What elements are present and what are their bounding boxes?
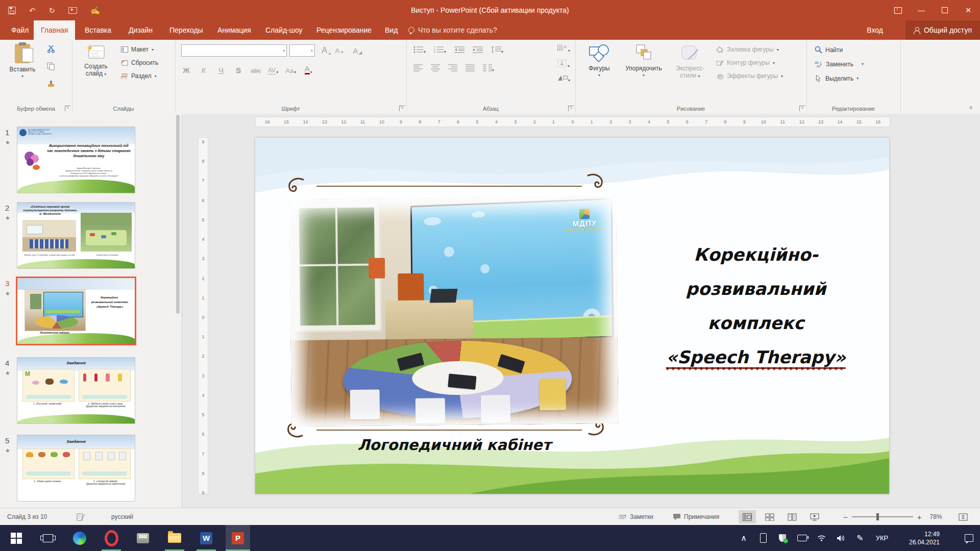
keyboard-language[interactable]: УКР <box>871 525 893 551</box>
align-center-icon[interactable] <box>431 64 440 73</box>
ribbon-display-options-button[interactable] <box>886 0 910 20</box>
align-left-icon[interactable] <box>413 64 423 73</box>
drawing-dialog-launcher[interactable] <box>799 106 805 111</box>
fit-to-window-button[interactable] <box>959 508 968 525</box>
find-button[interactable]: Найти <box>815 46 864 54</box>
thumbnail-scrollbar[interactable] <box>176 115 180 507</box>
task-view-button[interactable] <box>36 525 60 551</box>
photo-caption-textbox[interactable]: Логопедичний кабінет <box>304 436 605 454</box>
shape-outline-button[interactable]: Контур фигуры▾ <box>716 59 783 66</box>
email-app-taskbar-button[interactable] <box>131 525 155 551</box>
phone-link-icon[interactable] <box>754 525 772 551</box>
minimize-button[interactable]: — <box>910 0 933 20</box>
tab-file[interactable]: Файл <box>4 20 36 40</box>
wifi-icon[interactable] <box>813 525 830 551</box>
replace-button[interactable]: abac Заменить▾ <box>815 60 864 68</box>
start-button[interactable] <box>4 525 29 551</box>
slide-canvas[interactable]: МДПУ Більше, ніж університет! <box>255 138 889 494</box>
slide-sorter-view-button[interactable] <box>761 510 778 523</box>
reading-view-button[interactable] <box>783 510 801 523</box>
edge-taskbar-button[interactable] <box>67 525 92 551</box>
tab-insert[interactable]: Вставка <box>78 20 118 40</box>
increase-indent-icon[interactable] <box>473 46 483 55</box>
justify-icon[interactable] <box>465 64 475 73</box>
spellcheck-icon[interactable] <box>77 508 86 525</box>
classroom-photo[interactable]: МДПУ Більше, ніж університет! <box>289 196 619 427</box>
section-button[interactable]: Раздел▾ <box>121 72 158 80</box>
format-painter-icon[interactable] <box>47 80 55 90</box>
notes-toggle[interactable]: Заметки <box>619 508 653 525</box>
language-indicator[interactable]: русский <box>111 508 133 525</box>
tell-me-box[interactable]: Что вы хотите сделать? <box>408 20 497 40</box>
numbering-icon[interactable]: 123▾ <box>434 46 446 55</box>
sign-in-button[interactable]: Вход <box>867 20 883 40</box>
copy-icon[interactable] <box>47 62 55 72</box>
align-text-icon[interactable]: ▾ <box>557 59 570 69</box>
slide-thumbnail-5[interactable]: Завдання 1. «Назви одним словом» <box>17 435 135 502</box>
slideshow-view-button[interactable] <box>806 510 823 523</box>
slide-title-textbox[interactable]: Корекційно- розвивальний комплекс «Speec… <box>637 238 875 374</box>
shape-effects-button[interactable]: Эффекты фигуры▾ <box>716 72 783 80</box>
clear-formatting-button[interactable]: A◢ <box>352 46 362 55</box>
tab-design[interactable]: Дизайн <box>121 20 160 40</box>
zoom-level[interactable]: 78% <box>930 513 942 520</box>
tab-review[interactable]: Рецензирование <box>309 20 379 40</box>
cut-icon[interactable] <box>47 45 55 55</box>
zoom-slider-thumb[interactable] <box>876 513 879 520</box>
line-spacing-icon[interactable]: ▾ <box>491 46 503 55</box>
zoom-out-button[interactable]: − <box>843 513 848 521</box>
font-size-combo[interactable]: ▾ <box>289 44 315 57</box>
clock[interactable]: 12:49 26.04.2021 <box>896 525 952 551</box>
new-slide-button[interactable]: Создать слайд ▾ <box>79 44 113 78</box>
layout-button[interactable]: Макет▾ <box>121 46 158 53</box>
powerpoint-taskbar-button[interactable]: P <box>226 525 250 551</box>
zoom-slider[interactable] <box>852 516 913 517</box>
italic-button[interactable]: К <box>199 66 209 74</box>
grow-font-button[interactable]: A▲ <box>322 45 332 56</box>
tab-transitions[interactable]: Переходы <box>162 20 210 40</box>
restore-button[interactable] <box>933 0 957 20</box>
slide-thumbnail-4[interactable]: Завдання М 1. «Послухай і запам'ятай» <box>17 357 135 424</box>
character-spacing-button[interactable]: AV▾ <box>268 67 278 74</box>
close-button[interactable]: ✕ <box>957 0 980 20</box>
smartart-icon[interactable]: ▾ <box>557 74 570 84</box>
action-center-button[interactable] <box>959 525 979 551</box>
decrease-indent-icon[interactable] <box>454 46 464 55</box>
volume-icon[interactable] <box>832 525 849 551</box>
share-button[interactable]: Общий доступ <box>905 20 980 40</box>
slide-thumbnail-1[interactable]: BOGDAN KHMELNYTSKY MELITOPOL STATE PEDAG… <box>17 127 135 193</box>
font-color-button[interactable]: А▾ <box>303 64 313 74</box>
strikethrough-button[interactable]: abc <box>251 67 261 74</box>
text-shadow-button[interactable]: S <box>233 66 243 74</box>
slide-indicator[interactable]: Слайд 3 из 10 <box>7 508 47 525</box>
text-direction-icon[interactable]: A▾ <box>557 44 570 54</box>
columns-icon[interactable]: ▾ <box>483 64 494 73</box>
reset-button[interactable]: Сбросить <box>121 59 158 66</box>
shapes-button[interactable]: Фигуры ▾ <box>582 44 616 79</box>
shrink-font-button[interactable]: A▼ <box>334 47 345 55</box>
zoom-in-button[interactable]: + <box>917 513 922 521</box>
opera-taskbar-button[interactable] <box>99 525 124 551</box>
quick-styles-button[interactable]: Экспресс- стили ▾ <box>670 44 710 80</box>
collapse-ribbon-icon[interactable]: ∧ <box>969 104 973 111</box>
bullets-icon[interactable]: ▾ <box>413 46 426 55</box>
tab-view[interactable]: Вид <box>378 20 405 40</box>
change-case-button[interactable]: Аа▾ <box>285 67 296 74</box>
arrange-button[interactable]: Упорядочить ▾ <box>620 44 667 79</box>
paragraph-dialog-launcher[interactable] <box>568 106 574 111</box>
font-name-combo[interactable]: ▾ <box>181 44 287 57</box>
clipboard-dialog-launcher[interactable] <box>65 106 70 111</box>
tab-animations[interactable]: Анимация <box>210 20 258 40</box>
align-right-icon[interactable] <box>448 64 457 73</box>
word-taskbar-button[interactable]: W <box>194 525 218 551</box>
power-icon[interactable] <box>793 525 811 551</box>
font-dialog-launcher[interactable] <box>399 106 405 111</box>
shape-fill-button[interactable]: Заливка фигуры▾ <box>716 46 783 53</box>
tab-slideshow[interactable]: Слайд-шоу <box>258 20 310 40</box>
paste-button[interactable]: Вставить ▾ <box>6 44 39 80</box>
normal-view-button[interactable] <box>739 510 756 523</box>
tray-expand-button[interactable]: ∧ <box>735 525 752 551</box>
tab-home[interactable]: Главная <box>34 20 75 40</box>
select-button[interactable]: Выделить▾ <box>815 74 864 82</box>
defender-icon[interactable] <box>774 525 791 551</box>
